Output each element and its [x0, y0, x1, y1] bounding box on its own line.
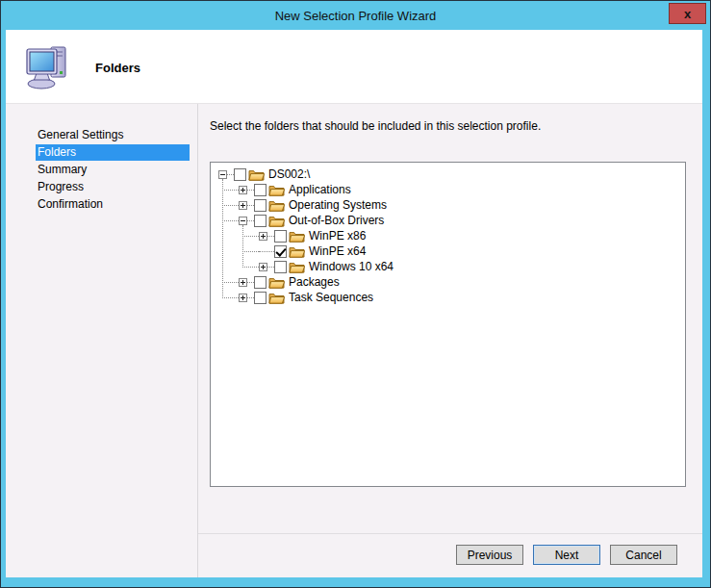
- previous-button[interactable]: Previous: [456, 545, 523, 565]
- dotted-connector: [247, 220, 254, 221]
- dotted-connector: [242, 251, 259, 252]
- expand-toggle-icon[interactable]: [239, 201, 247, 210]
- folder-icon: [268, 292, 285, 304]
- tree-node-label[interactable]: Out-of-Box Drivers: [289, 214, 384, 227]
- folder-icon: [268, 276, 285, 289]
- expand-toggle-icon[interactable]: [259, 263, 267, 271]
- dotted-connector: [222, 297, 239, 298]
- tree-node-label[interactable]: WinPE x86: [309, 229, 366, 243]
- tree-node-label[interactable]: Task Sequences: [289, 291, 373, 304]
- dotted-connector: [247, 282, 254, 283]
- expand-toggle-icon[interactable]: [259, 232, 267, 241]
- tree-node-ds002: DS002:\: [211, 166, 685, 182]
- dotted-connector: [227, 174, 234, 175]
- tree-guide-line: [222, 179, 223, 298]
- tree-node-label[interactable]: Windows 10 x64: [309, 260, 394, 273]
- titlebar: New Selection Profile Wizard: [1, 1, 710, 30]
- folder-checkbox[interactable]: [254, 215, 267, 227]
- expand-toggle-icon[interactable]: [239, 278, 247, 287]
- folder-checkbox[interactable]: [254, 199, 267, 212]
- tree-node-packages: Packages: [211, 274, 685, 290]
- expand-toggle-icon[interactable]: [239, 186, 247, 194]
- tree-guide-line: [242, 225, 243, 268]
- folder-checkbox[interactable]: [254, 276, 267, 289]
- folder-checkbox[interactable]: [254, 184, 267, 196]
- folder-checkbox[interactable]: [274, 230, 287, 243]
- sidebar-item-summary[interactable]: Summary: [36, 162, 190, 178]
- dotted-connector: [259, 251, 274, 252]
- tree-node-applications: Applications: [211, 182, 685, 197]
- close-button[interactable]: x: [669, 3, 706, 24]
- dotted-connector: [267, 236, 274, 237]
- content-area: General SettingsFoldersSummaryProgressCo…: [6, 104, 702, 577]
- folder-icon: [289, 245, 305, 258]
- tree-node-out-of-box-drivers: Out-of-Box Drivers: [211, 213, 685, 228]
- tree-node-winpe-x64: WinPE x64: [211, 243, 685, 259]
- dotted-connector: [267, 267, 274, 268]
- folder-icon: [289, 230, 305, 243]
- dotted-connector: [222, 190, 239, 191]
- folder-icon: [268, 184, 285, 196]
- footer-divider: [198, 533, 702, 534]
- folder-icon: [289, 261, 305, 273]
- footer-buttons: PreviousNextCancel: [456, 545, 677, 565]
- sidebar-item-folders[interactable]: Folders: [36, 144, 190, 161]
- folder-checkbox[interactable]: [254, 292, 267, 304]
- sidebar-item-progress[interactable]: Progress: [36, 179, 190, 195]
- tree-node-label[interactable]: Operating Systems: [289, 198, 387, 212]
- dotted-connector: [242, 236, 259, 237]
- window-title: New Selection Profile Wizard: [275, 9, 437, 23]
- dotted-connector: [222, 205, 239, 206]
- folder-checkbox[interactable]: [274, 261, 287, 273]
- main-pane: Select the folders that should be includ…: [198, 104, 702, 577]
- tree-node-label[interactable]: DS002:\: [268, 167, 310, 181]
- dotted-connector: [247, 190, 254, 191]
- dotted-connector: [222, 220, 239, 221]
- cancel-button[interactable]: Cancel: [610, 545, 677, 565]
- folder-icon: [248, 168, 265, 181]
- dotted-connector: [242, 267, 259, 268]
- close-icon: x: [684, 7, 691, 21]
- folder-checkbox[interactable]: [274, 245, 287, 258]
- dotted-connector: [247, 205, 254, 206]
- folder-checkbox[interactable]: [234, 168, 246, 181]
- tree-node-operating-systems: Operating Systems: [211, 197, 685, 213]
- page-title: Folders: [95, 61, 140, 75]
- sidebar-item-general-settings[interactable]: General Settings: [36, 127, 190, 143]
- tree-node-winpe-x86: WinPE x86: [211, 228, 685, 243]
- folder-icon: [268, 215, 285, 227]
- tree-node-label[interactable]: Applications: [289, 183, 351, 196]
- folder-tree-panel[interactable]: DS002:\ApplicationsOperating SystemsOut-…: [210, 162, 686, 487]
- sidebar-item-confirmation[interactable]: Confirmation: [36, 196, 190, 213]
- instruction-text: Select the folders that should be includ…: [210, 119, 541, 133]
- dotted-connector: [247, 297, 254, 298]
- folder-icon: [268, 199, 285, 212]
- wizard-steps-sidebar: General SettingsFoldersSummaryProgressCo…: [6, 104, 198, 577]
- wizard-window: New Selection Profile Wizard x Folders G…: [0, 0, 711, 588]
- computer-icon: [25, 44, 71, 90]
- tree-node-label[interactable]: WinPE x64: [309, 244, 366, 258]
- collapse-toggle-icon[interactable]: [239, 217, 247, 225]
- collapse-toggle-icon[interactable]: [218, 170, 227, 179]
- dialog-body: Folders General SettingsFoldersSummaryPr…: [6, 30, 702, 577]
- next-button[interactable]: Next: [533, 545, 600, 565]
- tree-node-label[interactable]: Packages: [289, 275, 340, 289]
- tree-node-task-sequences: Task Sequences: [211, 290, 685, 305]
- wizard-header: Folders: [6, 30, 702, 104]
- expand-toggle-icon[interactable]: [239, 294, 247, 302]
- dotted-connector: [222, 282, 239, 283]
- tree-node-windows-10-x64: Windows 10 x64: [211, 259, 685, 274]
